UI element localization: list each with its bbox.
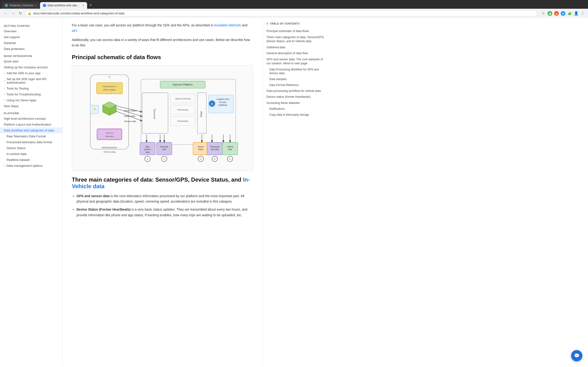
lock-icon: 🔒 bbox=[28, 12, 31, 15]
tab2-favicon bbox=[43, 4, 46, 7]
sidebar-item-tools-troubleshooting[interactable]: > Tools for Troubleshooting bbox=[0, 92, 62, 97]
new-tab-button[interactable]: + bbox=[88, 2, 94, 9]
svg-text:Sensors: Sensors bbox=[105, 135, 113, 138]
toc-item-gps-sensor[interactable]: GPS and sensor data: The core datasets o… bbox=[266, 57, 325, 67]
forward-button[interactable]: → bbox=[10, 10, 16, 17]
address-text: docs.telematicssdk.com/docs/data-workflo… bbox=[33, 12, 125, 15]
chevron-add-sdk: > bbox=[4, 72, 5, 75]
svg-text:3: 3 bbox=[200, 158, 201, 160]
svg-text:sensors: sensors bbox=[144, 148, 151, 150]
section-label-getting-started: GETTING STARTED bbox=[0, 22, 62, 28]
toc-item-notifications[interactable]: Notifications bbox=[266, 106, 325, 112]
sidebar-item-high-level[interactable]: High level architecture concept bbox=[0, 116, 62, 122]
back-button[interactable]: ← bbox=[3, 10, 8, 17]
sidebar-item-device-status[interactable]: Device Status bbox=[0, 145, 62, 151]
data-flow-diagram: Permissions & Phone status ⚡ GPS & Senso… bbox=[77, 70, 248, 165]
svg-text:Permissions &: Permissions & bbox=[103, 85, 116, 88]
svg-text:GPS &: GPS & bbox=[106, 132, 113, 134]
toc-header-text: TABLE OF CONTENTS bbox=[270, 22, 300, 25]
tab-2[interactable]: Data workflow and categories... × bbox=[40, 2, 87, 9]
chevron-data-management: > bbox=[4, 164, 5, 167]
sidebar-item-data-workflow[interactable]: Data workflow and categories of data bbox=[0, 127, 62, 133]
svg-text:data: data bbox=[146, 151, 149, 153]
address-input[interactable]: 🔒 docs.telematicssdk.com/docs/data-workf… bbox=[25, 10, 537, 16]
main-content: For a basic use case, you will access ou… bbox=[62, 18, 262, 366]
extension-icon-3[interactable]: ◈ bbox=[561, 11, 565, 16]
svg-text:Processing: Processing bbox=[177, 109, 188, 111]
extension-icon-1[interactable]: ◕ bbox=[548, 11, 552, 16]
section-label-basic-integration: BASIC INTEGRATION bbox=[0, 52, 62, 58]
diagram-container: Permissions & Phone status ⚡ GPS & Senso… bbox=[72, 65, 253, 171]
toc-item-data-samples[interactable]: Data samples bbox=[266, 76, 325, 82]
toc-item-copy-data[interactable]: Copy data to third-party storage bbox=[266, 112, 325, 118]
sidebar-item-quick-start[interactable]: Quick start bbox=[0, 58, 62, 64]
sidebar-item-setting-up[interactable]: Setting up the company account bbox=[0, 64, 62, 70]
link-available-methods[interactable]: Available Methods bbox=[214, 23, 241, 27]
main-layout: GETTING STARTED Overview Get support Dat… bbox=[0, 18, 588, 366]
section-label-platform: PLATFORM bbox=[0, 109, 62, 116]
chat-button[interactable]: 💬 bbox=[571, 350, 582, 361]
sidebar-item-demo-apps[interactable]: > Using our Demo Apps bbox=[0, 97, 62, 103]
toc-item-principal[interactable]: Principal schematic of data flows bbox=[266, 28, 325, 34]
chevron-tools-testing: > bbox=[4, 87, 5, 90]
svg-text:Sensors data: Sensors data bbox=[124, 120, 136, 123]
tab-1[interactable]: DataHub | Damoov × bbox=[2, 2, 40, 9]
sidebar-item-next-steps[interactable]: Next Steps bbox=[0, 103, 62, 109]
address-bar: ← → ↻ 🔒 docs.telematicssdk.com/docs/data… bbox=[0, 9, 588, 18]
extension-icon-2[interactable]: ▲ bbox=[554, 11, 559, 16]
sidebar-item-raw-telematics[interactable]: Raw Telematics Data Format bbox=[0, 133, 62, 139]
tab-bar: DataHub | Damoov × Data workflow and cat… bbox=[0, 0, 588, 9]
sidebar-item-sdk-login[interactable]: > Set up the SDK login and API authentic… bbox=[0, 76, 62, 85]
toc-item-data-processing[interactable]: Data Processing Workflow for GPS and Sen… bbox=[266, 67, 325, 76]
svg-text:Vehicle data: Vehicle data bbox=[124, 115, 135, 117]
svg-text:Device: Device bbox=[198, 146, 204, 148]
section2-heading: Three main categories of data: Sensor/GP… bbox=[72, 176, 253, 190]
sidebar-item-platform-layout[interactable]: Platform Layout and Authentication bbox=[0, 122, 62, 127]
toc-item-general[interactable]: General description of data flow bbox=[266, 50, 325, 57]
sidebar-item-data-management[interactable]: > Data management options bbox=[0, 163, 62, 169]
sidebar-item-datahub[interactable]: DataHub bbox=[0, 40, 62, 46]
svg-text:Processed: Processed bbox=[210, 146, 219, 148]
bookmark-icon[interactable]: ☆ bbox=[541, 11, 546, 16]
sidebar-item-add-sdk[interactable]: > Add the SDK to your app bbox=[0, 70, 62, 76]
extensions-icon[interactable]: 🧩 bbox=[567, 11, 572, 16]
svg-text:Status: Status bbox=[198, 148, 203, 150]
section1-heading: Principal schematic of data flows bbox=[72, 54, 253, 60]
svg-text:Analytics APIs: Analytics APIs bbox=[216, 98, 229, 100]
intro-paragraph-2: Additionally, you can access data in a v… bbox=[72, 37, 253, 49]
sidebar-item-realtime[interactable]: Realtime dataset bbox=[0, 157, 62, 163]
tab1-close[interactable]: × bbox=[35, 4, 37, 7]
profile-icon[interactable]: 👤 bbox=[574, 11, 579, 16]
reload-button[interactable]: ↻ bbox=[18, 10, 23, 17]
sidebar-item-tools-testing[interactable]: > Tools for Testing bbox=[0, 85, 62, 92]
sidebar-item-in-vehicle[interactable]: In-vehicle data bbox=[0, 151, 62, 157]
tab2-close[interactable]: × bbox=[82, 4, 84, 7]
browser-chrome: DataHub | Damoov × Data workflow and cat… bbox=[0, 0, 588, 18]
sidebar-item-get-support[interactable]: Get support bbox=[0, 34, 62, 40]
svg-text:5: 5 bbox=[230, 158, 231, 160]
svg-point-1 bbox=[109, 76, 110, 78]
bullet2-bold: Device Status (Former Heartbeats) bbox=[77, 208, 131, 211]
toc-item-three-main[interactable]: Three main categories of data: Sensor/GP… bbox=[266, 34, 325, 44]
svg-text:Damoov Platform: Damoov Platform bbox=[173, 83, 193, 86]
menu-icon[interactable]: ⋮ bbox=[580, 11, 585, 16]
svg-text:Vehicle data: Vehicle data bbox=[103, 150, 116, 153]
bullet-device-status: Device Status (Former Heartbeats) is a v… bbox=[77, 207, 253, 218]
tab2-title: Data workflow and categories... bbox=[48, 4, 81, 7]
svg-text:trips data: trips data bbox=[211, 148, 219, 150]
toc-item-gathered[interactable]: Gathered data bbox=[266, 44, 325, 51]
toc-item-accessing[interactable]: Accessing these datasets bbox=[266, 100, 325, 106]
svg-text:Phone status: Phone status bbox=[103, 89, 116, 91]
toc-item-processing-vehicle[interactable]: Data processing workflow for vehicle dat… bbox=[266, 88, 325, 94]
sidebar-item-data-protection[interactable]: Data protection bbox=[0, 46, 62, 52]
svg-text:Raw trips: Raw trips bbox=[160, 146, 168, 148]
toc-item-data-format[interactable]: Data Format Reference bbox=[266, 82, 325, 88]
svg-text:data: data bbox=[228, 148, 232, 150]
svg-text:Device Status: Device Status bbox=[124, 109, 137, 112]
sidebar-item-overview[interactable]: Overview bbox=[0, 28, 62, 34]
toc-panel: ≡ TABLE OF CONTENTS Principal schematic … bbox=[262, 18, 328, 366]
link-api[interactable]: API bbox=[72, 29, 77, 33]
svg-line-44 bbox=[183, 134, 248, 142]
sidebar-item-processed-telematics[interactable]: Processed telematics data format bbox=[0, 139, 62, 145]
toc-item-device-status[interactable]: Device status (former Heartbeats) bbox=[266, 94, 325, 100]
